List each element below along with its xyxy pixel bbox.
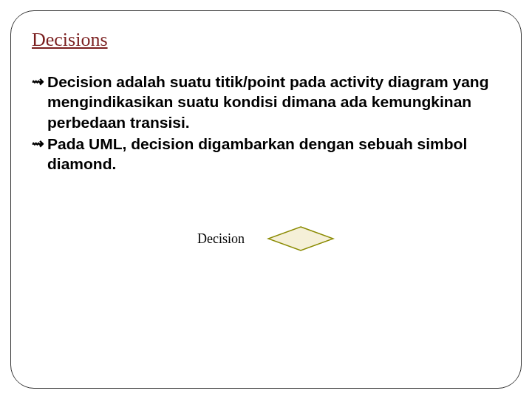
bullet-icon: ⇝ [32, 72, 44, 91]
diagram-label: Decision [197, 231, 245, 247]
bullet-icon: ⇝ [32, 134, 44, 153]
slide-title: Decisions [32, 29, 500, 51]
svg-marker-0 [268, 227, 333, 250]
bullet-list: ⇝ Decision adalah suatu titik/point pada… [32, 72, 500, 174]
diagram-area: Decision [32, 225, 500, 252]
diamond-shape-icon [267, 225, 335, 252]
bullet-text: Pada UML, decision digambarkan dengan se… [47, 134, 500, 174]
bullet-item: ⇝ Pada UML, decision digambarkan dengan … [32, 134, 500, 174]
slide-frame: Decisions ⇝ Decision adalah suatu titik/… [10, 10, 522, 389]
bullet-item: ⇝ Decision adalah suatu titik/point pada… [32, 72, 500, 132]
bullet-text: Decision adalah suatu titik/point pada a… [47, 72, 500, 132]
